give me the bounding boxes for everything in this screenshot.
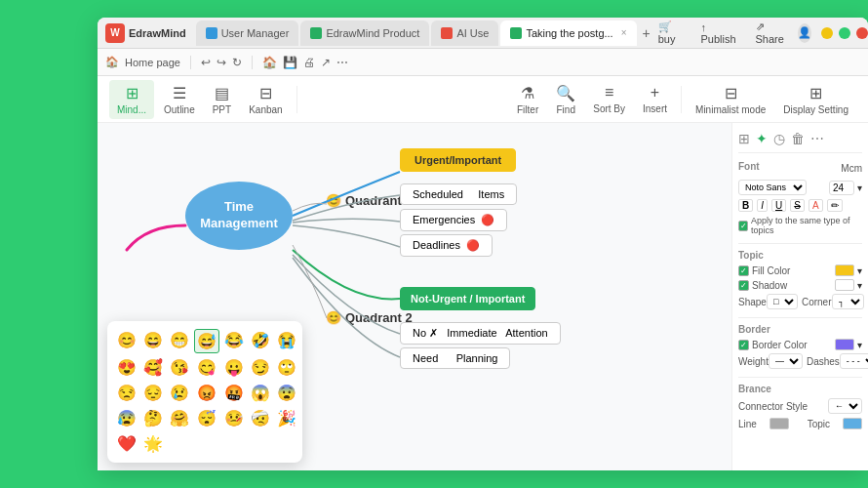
node-need-planning[interactable]: Need Planning [400, 347, 510, 369]
topic-color-swatch[interactable] [843, 418, 862, 429]
shadow-checkbox[interactable]: ✓ Shadow ▾ [738, 279, 862, 291]
buy-button[interactable]: 🛒 buy [652, 19, 688, 47]
node-no-immediate[interactable]: No ✗ Immediate Attention [400, 322, 561, 345]
undo-button[interactable]: ↩ [201, 56, 211, 69]
dashes-select[interactable]: - - - [840, 353, 868, 369]
tab-edrawmind-product[interactable]: EdrawMind Product [300, 20, 429, 46]
node-emergencies[interactable]: Emergencies 🔴 [400, 209, 507, 231]
emoji-😊[interactable]: 😊 [115, 329, 138, 353]
border-color-swatch[interactable] [835, 339, 854, 350]
sort-by-button[interactable]: ≡ Sort By [585, 80, 633, 118]
connector-select[interactable]: ← [828, 398, 862, 414]
rp-more-icon[interactable]: ⋯ [810, 131, 824, 146]
redo-button[interactable]: ↪ [217, 56, 226, 69]
tab-ai-use[interactable]: AI Use [431, 20, 498, 46]
rp-wand-icon[interactable]: ✦ [756, 131, 768, 146]
corner-select[interactable]: ┐ [832, 294, 864, 309]
canvas[interactable]: TimeManagement 😊 Quadrant 1 Urgent/Impor… [98, 123, 731, 470]
more-button[interactable]: ⋯ [336, 56, 348, 69]
emoji-🤬[interactable]: 🤬 [222, 382, 246, 404]
emoji-🤕[interactable]: 🤕 [249, 407, 272, 429]
refresh-button[interactable]: ↻ [232, 56, 242, 69]
node-urgent-important[interactable]: Urgent/Important [400, 148, 516, 172]
shadow-color-chevron[interactable]: ▾ [857, 280, 862, 291]
node-scheduled-items[interactable]: Scheduled Items [400, 183, 517, 205]
minimalist-button[interactable]: ⊟ Minimalist mode [688, 80, 773, 119]
filter-button[interactable]: ⚗ Filter [509, 80, 546, 119]
emoji-😒[interactable]: 😒 [115, 382, 138, 404]
emoji-❤️[interactable]: ❤️ [115, 432, 138, 455]
font-name-select[interactable]: Noto Sans SC [738, 180, 807, 195]
folder-button[interactable]: 🏠 [262, 56, 277, 69]
emoji-😍[interactable]: 😍 [115, 356, 138, 379]
home-icon[interactable]: 🏠 [105, 56, 119, 68]
add-tab-button[interactable]: + [643, 25, 651, 41]
close-button[interactable] [856, 27, 868, 39]
font-size-chevron[interactable]: ▾ [857, 183, 862, 193]
find-button[interactable]: 🔍 Find [548, 80, 583, 119]
emoji-😔[interactable]: 😔 [141, 382, 165, 404]
print-button[interactable]: 🖨 [303, 56, 315, 69]
rp-trash-icon[interactable]: 🗑 [791, 131, 805, 146]
shape-select[interactable]: □ [767, 294, 798, 309]
tab-taking[interactable]: Taking the postg... × [500, 20, 636, 46]
emoji-🤗[interactable]: 🤗 [168, 407, 191, 429]
minimize-button[interactable] [821, 27, 833, 39]
maximize-button[interactable] [839, 27, 850, 39]
rp-grid-icon[interactable]: ⊞ [738, 131, 750, 146]
strikethrough-button[interactable]: S [790, 199, 805, 212]
node-not-urgent-important[interactable]: Not-Urgent / Important [400, 287, 535, 310]
emoji-🥰[interactable]: 🥰 [141, 356, 165, 379]
emoji-😢[interactable]: 😢 [168, 382, 191, 404]
ppt-button[interactable]: ▤ PPT [205, 80, 239, 119]
underline-button[interactable]: U [771, 199, 786, 212]
tab-user-manager[interactable]: User Manager [196, 20, 299, 46]
center-node[interactable]: TimeManagement [185, 182, 293, 250]
emoji-😁[interactable]: 😁 [168, 329, 191, 353]
fill-color-swatch[interactable] [835, 264, 854, 276]
mind-map-button[interactable]: ⊞ Mind... [109, 80, 154, 119]
emoji-😴[interactable]: 😴 [194, 407, 219, 429]
kanban-button[interactable]: ⊟ Kanban [241, 80, 290, 119]
emoji-🙄[interactable]: 🙄 [275, 356, 298, 379]
emoji-🤔[interactable]: 🤔 [141, 407, 165, 429]
export-button[interactable]: ↗ [321, 56, 331, 69]
italic-button[interactable]: I [757, 199, 768, 212]
emoji-🤒[interactable]: 🤒 [222, 407, 246, 429]
rp-clock-icon[interactable]: ◷ [773, 131, 785, 146]
tab-taking-close[interactable]: × [621, 27, 627, 38]
line-color-swatch[interactable] [769, 418, 789, 429]
emoji-😰[interactable]: 😰 [115, 407, 138, 429]
font-size-input[interactable] [829, 181, 854, 195]
emoji-🤣[interactable]: 🤣 [249, 329, 272, 353]
emoji-🎉[interactable]: 🎉 [275, 407, 298, 429]
emoji-😛[interactable]: 😛 [222, 356, 246, 379]
apply-same-checkbox[interactable]: ✓ Apply to the same type of topics [738, 216, 862, 235]
emoji-😂[interactable]: 😂 [222, 329, 246, 353]
emoji-😡[interactable]: 😡 [194, 382, 219, 404]
share-button[interactable]: ⇗ Share [750, 19, 790, 47]
node-deadlines[interactable]: Deadlines 🔴 [400, 234, 493, 257]
emoji-😏[interactable]: 😏 [249, 356, 272, 379]
font-color-button[interactable]: A [809, 199, 823, 212]
display-setting-button[interactable]: ⊞ Display Setting [775, 80, 856, 119]
emoji-🌟[interactable]: 🌟 [141, 432, 165, 455]
shadow-color-swatch[interactable] [835, 279, 854, 291]
user-avatar[interactable]: 👤 [798, 23, 811, 43]
weight-select[interactable]: — [769, 353, 803, 369]
publish-button[interactable]: ↑ Publish [694, 20, 741, 47]
emoji-😱[interactable]: 😱 [249, 382, 272, 404]
bold-button[interactable]: B [738, 199, 753, 212]
fill-color-checkbox[interactable]: ✓ Fill Color ▾ [738, 264, 862, 276]
emoji-😨[interactable]: 😨 [275, 382, 298, 404]
emoji-😘[interactable]: 😘 [168, 356, 191, 379]
outline-button[interactable]: ☰ Outline [156, 80, 203, 119]
font-highlight-button[interactable]: ✏ [827, 199, 843, 212]
insert-button[interactable]: + Insert [635, 80, 675, 118]
emoji-😄[interactable]: 😄 [141, 329, 165, 353]
emoji-😅[interactable]: 😅 [194, 329, 219, 353]
fill-color-chevron[interactable]: ▾ [857, 265, 862, 276]
emoji-😭[interactable]: 😭 [275, 329, 298, 353]
save-button[interactable]: 💾 [283, 56, 297, 69]
emoji-😋[interactable]: 😋 [194, 356, 219, 379]
